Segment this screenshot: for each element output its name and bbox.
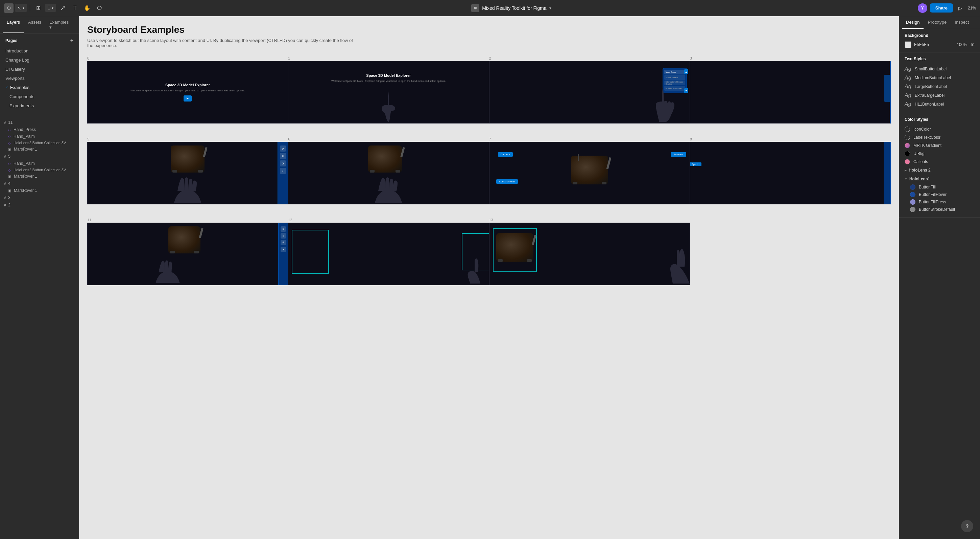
medium-button-label-style[interactable]: Ag MediumButtonLabel [905, 73, 975, 82]
layer-group-2[interactable]: # 2 [0, 201, 79, 209]
button-fill-hover-label: ButtonFillHover [919, 192, 947, 197]
zoom-level[interactable]: 21% [968, 6, 976, 11]
share-button[interactable]: Share [930, 3, 953, 13]
mrtk-gradient-style[interactable]: MRTK Gradient [905, 142, 975, 150]
frame-0-subtitle: Welcome to Space 3D Model Explorer! Brin… [130, 89, 245, 93]
component-icon: ◇ [8, 162, 11, 166]
button-stroke-label: ButtonStrokeDefault [919, 207, 955, 212]
button-fill-hover-style[interactable]: ButtonFillHover [905, 191, 975, 198]
uibkg-dot [905, 151, 910, 156]
background-opacity: 100% [957, 42, 967, 47]
assets-tab[interactable]: Assets [24, 16, 45, 33]
button-fill-hover-dot [910, 192, 915, 197]
holoblc-1-layer[interactable]: ◇ HoloLens2 Button Collection 3V [0, 140, 79, 146]
uibkg-label: UIBkg [913, 151, 924, 156]
project-name: Mixed Reality Toolkit for Figma [482, 5, 546, 11]
experiments-page[interactable]: Experiments [0, 101, 79, 110]
components-page[interactable]: Components [0, 92, 79, 101]
button-fill-press-style[interactable]: ButtonFillPress [905, 198, 975, 206]
frame-num-12: 12 [288, 218, 489, 223]
uibkg-style[interactable]: UIBkg [905, 150, 975, 158]
frame-1-subtitle: Welcome to Space 3D Model Explorer! Brin… [314, 80, 463, 83]
project-dropdown-arrow[interactable]: ▾ [549, 6, 551, 11]
visibility-toggle[interactable]: 👁 [970, 42, 975, 47]
large-button-label-style[interactable]: Ag LargeButtonLabel [905, 82, 975, 91]
hand-press-layer[interactable]: ◇ Hand_Press [0, 126, 79, 133]
changelog-page[interactable]: Change Log [0, 56, 79, 65]
examples-tab[interactable]: Examples ▾ [45, 16, 76, 33]
prototype-tab[interactable]: Prototype [924, 16, 951, 29]
marsrover-3-layer[interactable]: ▣ MarsRover 1 [0, 187, 79, 194]
layer-group-11[interactable]: # 11 [0, 119, 79, 126]
ui-gallery-page[interactable]: UI Gallery [0, 65, 79, 74]
introduction-label: Introduction [5, 48, 29, 53]
component-icon: ◇ [8, 168, 11, 172]
introduction-page[interactable]: Introduction [0, 46, 79, 56]
project-icon: ⊞ [471, 4, 479, 12]
button-stroke-default-style[interactable]: ButtonStrokeDefault [905, 206, 975, 213]
hololens2-group[interactable]: ▶ HoloLens 2 [905, 166, 975, 175]
button-fill-style[interactable]: ButtonFill [905, 183, 975, 191]
layer-group-3[interactable]: # 3 [0, 194, 79, 201]
hl1-button-label-style[interactable]: Ag HL1ButtonLabel [905, 100, 975, 108]
hololens1-arrow: ▼ [905, 178, 907, 181]
pen-tool-btn[interactable] [57, 3, 68, 14]
frame-num-1: 1 [288, 56, 489, 61]
callouts-style[interactable]: Callouts [905, 158, 975, 166]
storyboard-frame-8: Spect... [690, 142, 891, 204]
component-icon: ◇ [8, 141, 11, 145]
layer-group-5[interactable]: # 5 [0, 153, 79, 160]
text-style-name: HL1ButtonLabel [915, 102, 944, 107]
help-button[interactable]: ? [961, 520, 973, 532]
play-button[interactable]: ▷ [956, 3, 965, 13]
viewports-page[interactable]: Viewports [0, 74, 79, 83]
component-icon: ◇ [8, 135, 11, 139]
marsrover-1-layer[interactable]: ▣ MarsRover 1 [0, 146, 79, 153]
pages-add-button[interactable]: + [70, 38, 73, 44]
hand-palm-2-layer[interactable]: ◇ Hand_Palm [0, 160, 79, 167]
inspect-tab[interactable]: Inspect [951, 16, 973, 29]
background-color-swatch[interactable] [905, 41, 912, 48]
project-title[interactable]: ⊞ Mixed Reality Toolkit for Figma ▾ [471, 4, 551, 12]
frame-1-title: Space 3D Model Explorer [314, 73, 463, 78]
holoblc-2-layer[interactable]: ◇ HoloLens2 Button Collection 3V [0, 167, 79, 173]
marsrover-2-layer[interactable]: ▣ MarsRover 1 [0, 173, 79, 180]
user-avatar[interactable]: Y [918, 3, 927, 13]
frame-num-empty [690, 218, 891, 223]
hand-tool-btn[interactable]: ✋ [82, 3, 92, 14]
shape-tool-dropdown[interactable]: □▾ [45, 4, 56, 12]
label-text-color-style[interactable]: LabelTextColor [905, 133, 975, 142]
design-tab[interactable]: Design [902, 16, 924, 29]
frame-row-0: 0 1 2 3 Space 3D Model Explorer Welcome … [87, 56, 891, 123]
storyboard-frame-5: ⊕ ≡ ⚙ ♦ [87, 142, 288, 204]
move-tool-dropdown[interactable]: ↖▾ [15, 4, 27, 12]
frame-num-7: 7 [489, 137, 690, 142]
text-tool-btn[interactable]: T [70, 3, 80, 14]
toolbar-left: ⬡ ↖▾ ⊞ □▾ T ✋ [4, 3, 105, 14]
frame-tool-btn[interactable]: ⊞ [33, 3, 44, 14]
extra-large-label-style[interactable]: Ag ExtraLargeLabel [905, 91, 975, 100]
frame-num-2: 2 [489, 56, 690, 61]
frame-num-0: 0 [87, 56, 288, 61]
storyboard-frame-2: Mars Rover Space Shuttle International S… [489, 61, 690, 123]
small-button-label-style[interactable]: Ag SmallButtonLabel [905, 65, 975, 73]
toolbar-divider-1 [30, 5, 30, 11]
hand-palm-1-layer[interactable]: ◇ Hand_Palm [0, 133, 79, 140]
layer-group-4[interactable]: # 4 [0, 180, 79, 187]
panel-divider [0, 113, 79, 113]
layers-tab[interactable]: Layers [3, 16, 24, 33]
pages-list: Introduction Change Log UI Gallery Viewp… [0, 46, 79, 110]
canvas-area[interactable]: Storyboard Examples Use viewport to sket… [79, 16, 899, 539]
text-style-name: LargeButtonLabel [915, 84, 947, 89]
examples-group[interactable]: ✓ Examples [0, 83, 79, 92]
button-stroke-dot [910, 207, 915, 212]
comment-tool-btn[interactable] [94, 3, 105, 14]
pages-header: Pages + [0, 33, 79, 46]
hash-icon-2: # [4, 203, 6, 207]
storyboard-frame-1: Space 3D Model Explorer Welcome to Space… [288, 61, 489, 123]
icon-color-style[interactable]: IconColor [905, 125, 975, 133]
image-icon: ▣ [8, 189, 11, 193]
hololens1-group[interactable]: ▼ HoloLens1 [905, 175, 975, 183]
text-style-name: ExtraLargeLabel [915, 93, 945, 98]
app-logo[interactable]: ⬡ [4, 3, 14, 13]
